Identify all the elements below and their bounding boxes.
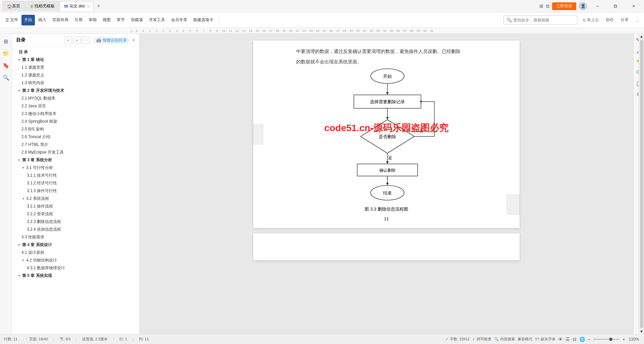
toc-item-18[interactable]: 3.1.3 操作可行性 xyxy=(12,187,139,195)
sidebar-ai-btn[interactable]: 🤖 智能识别目录 xyxy=(94,37,129,44)
toc-item-24[interactable]: 3.3 性能需求 xyxy=(12,233,139,241)
toc-item-28[interactable]: 4.3.1 数据库物理设计 xyxy=(12,264,139,272)
toc-item-27[interactable]: ▼4.2 功能结构设计 xyxy=(12,256,139,264)
toc-item-3[interactable]: 1.2 课题意义 xyxy=(12,71,139,79)
login-button[interactable]: 立即登录 xyxy=(552,2,576,10)
toc-label-5: 第 2 章 开发环境与技术 xyxy=(22,88,64,94)
cloud-icon: ⊙ xyxy=(583,18,586,22)
nav-search-icon[interactable]: 🔍 xyxy=(1,73,11,82)
menu-newtab[interactable]: 新建选项卡 xyxy=(191,15,216,25)
toc-item-11[interactable]: 2.6 Tomcat 介绍 xyxy=(12,133,139,141)
toc-item-25[interactable]: ▼第 4 章 系统设计 xyxy=(12,241,139,249)
toc-item-26[interactable]: 4.1 设计原则 xyxy=(12,249,139,256)
user-avatar[interactable]: 👤 xyxy=(579,2,587,10)
cloud-btn[interactable]: ⊙ 未上云 xyxy=(581,16,601,23)
toc-item-19[interactable]: ▼3.2 系统流程 xyxy=(12,195,139,203)
menu-addons[interactable]: 加载项 xyxy=(128,15,146,25)
menu-reference[interactable]: 引用 xyxy=(72,15,85,25)
svg-marker-23 xyxy=(386,183,389,185)
split-view-btn[interactable]: ⊟ xyxy=(573,337,577,342)
menu-insert[interactable]: 插入 xyxy=(36,15,49,25)
document-area[interactable]: 中要清理的数据，通过反复确认需要清理的数据，避免操作人员误删。已经删除 的数据就… xyxy=(140,34,633,334)
sidebar-close-icon[interactable]: × xyxy=(132,37,135,43)
toc-item-14[interactable]: ▼第 3 章 系统分析 xyxy=(12,156,139,164)
view-toggle-btn[interactable]: 👁 xyxy=(558,337,563,342)
svg-text:选择需要删除记录: 选择需要删除记录 xyxy=(370,99,405,104)
toc-item-1[interactable]: ▼第 1 章 绪论 xyxy=(12,56,139,64)
menu-review[interactable]: 审阅 xyxy=(86,15,99,25)
toc-item-13[interactable]: 2.8 MyEclipse 开发工具 xyxy=(12,149,139,156)
tab-home[interactable]: 🏠 首页 xyxy=(3,1,24,11)
nav-folder-icon[interactable]: 📁 xyxy=(1,49,11,58)
zoom-out-btn[interactable]: − xyxy=(588,337,590,342)
toc-item-12[interactable]: 2.7 HTML 简介 xyxy=(12,141,139,149)
status-section: 节: 3/3 xyxy=(60,337,70,342)
tab-doc[interactable]: W 论文.doc × xyxy=(60,1,94,11)
share-btn[interactable]: 分享 xyxy=(619,16,631,23)
toc-item-20[interactable]: 3.2.1 操作流程 xyxy=(12,203,139,210)
toc-item-23[interactable]: 3.2.4 添加信息流程 xyxy=(12,226,139,233)
search-box[interactable]: 🔍 xyxy=(503,15,577,25)
web-view-btn[interactable]: 🌐 xyxy=(579,337,585,342)
ai-icon: 🤖 xyxy=(96,38,101,43)
menu-layout[interactable]: 页面布局 xyxy=(50,15,71,25)
left-icons: ⊞ 📁 🔖 🔍 xyxy=(0,34,12,334)
toc-item-2[interactable]: 1.1 课题背景 xyxy=(12,64,139,71)
toc-item-6[interactable]: 2.1 MYSQL 数据库 xyxy=(12,95,139,102)
spell-check-btn[interactable]: ✓ 拼写检查 xyxy=(472,337,491,342)
sidebar-ctrl-add[interactable]: + xyxy=(73,37,81,44)
status-right: ✓ 字数: 15912 ✓ 拼写检查 🔍 内容搜索 兼容模式 T? 缺失字体 👁… xyxy=(445,337,640,342)
toc-item-4[interactable]: 1.3 研究内容 xyxy=(12,79,139,87)
layout-btn-2[interactable]: ⧉ xyxy=(546,3,549,9)
toc-item-17[interactable]: 3.1.2 经济可行性 xyxy=(12,179,139,187)
nav-bookmark-icon[interactable]: 🔖 xyxy=(1,61,11,70)
toc-item-15[interactable]: ▼3.1 可行性分析 xyxy=(12,164,139,172)
zoom-slider[interactable] xyxy=(593,339,620,340)
ruler: L 4 3 2 1 1 2 3 4 5 6 7 8 9 10 11 12 13 … xyxy=(0,28,644,34)
toc-item-5[interactable]: ▼第 2 章 开发环境与技术 xyxy=(12,87,139,95)
nav-home-icon[interactable]: ⊞ xyxy=(1,37,11,46)
zoom-in-btn[interactable]: + xyxy=(623,337,625,342)
svg-text:结束: 结束 xyxy=(383,190,392,195)
missing-font-badge[interactable]: T? 缺失字体 xyxy=(535,337,555,342)
more-btn[interactable]: … xyxy=(633,17,641,23)
add-tab-button[interactable]: + xyxy=(94,1,103,11)
toc-item-7[interactable]: 2.2 Java 语言 xyxy=(12,102,139,110)
toc-item-21[interactable]: 3.2.2 登录流程 xyxy=(12,210,139,218)
tab-template[interactable]: 🌾 找稻壳模板 xyxy=(25,1,59,11)
minimize-button[interactable]: − xyxy=(590,1,605,11)
toc-item-16[interactable]: 3.1.1 技术可行性 xyxy=(12,172,139,179)
list-view-btn[interactable]: ☰ xyxy=(566,337,570,342)
svg-marker-7 xyxy=(386,117,389,120)
tab-close-icon[interactable]: × xyxy=(87,4,89,8)
sidebar-ctrl-settings[interactable]: ⋯ xyxy=(82,37,90,44)
layout-btn-1[interactable]: ⊞ xyxy=(539,3,543,9)
menu-file[interactable]: ☰ 文件 xyxy=(3,15,21,25)
toc-item-22[interactable]: 3.2.3 删除信息流程 xyxy=(12,218,139,226)
content-search-icon: 🔍 xyxy=(494,337,499,341)
toc-label-2: 1.1 课题背景 xyxy=(21,65,44,70)
sidebar-ctrl-check[interactable]: ✓ xyxy=(65,37,72,44)
toc-item-10[interactable]: 2.5 B/S 架构 xyxy=(12,125,139,133)
template-icon: 🌾 xyxy=(30,4,35,9)
colab-btn[interactable]: 协作 xyxy=(604,16,616,23)
content-search-btn[interactable]: 🔍 内容搜索 xyxy=(494,337,515,342)
compat-mode-badge: 兼容模式 xyxy=(518,337,532,342)
toc-item-8[interactable]: 2.3 微信小程序技术 xyxy=(12,110,139,118)
menu-vip[interactable]: 会员专享 xyxy=(168,15,190,25)
search-input[interactable] xyxy=(513,18,574,22)
toc-chevron-15: ▼ xyxy=(21,166,25,170)
menu-devtools[interactable]: 开发工具 xyxy=(146,15,168,25)
restore-button[interactable]: ⧉ xyxy=(608,1,623,11)
menu-start[interactable]: 开始 xyxy=(21,15,35,25)
menu-view[interactable]: 视图 xyxy=(100,15,113,25)
scrollbar-vertical[interactable]: ▲ ▼ xyxy=(639,34,644,334)
menu-chapter[interactable]: 章节 xyxy=(114,15,127,25)
zoom-level[interactable]: 130% xyxy=(628,337,640,342)
toc-item-29[interactable]: ▼第 5 章 系统实现 xyxy=(12,272,139,280)
toc-item-9[interactable]: 2.4 SpringBoot 框架 xyxy=(12,118,139,125)
toc-item-0[interactable]: 目 录 xyxy=(12,48,139,56)
toc-chevron-1: ▼ xyxy=(17,58,21,62)
toc-label-19: 3.2 系统流程 xyxy=(26,196,49,202)
close-button[interactable]: × xyxy=(626,1,641,11)
